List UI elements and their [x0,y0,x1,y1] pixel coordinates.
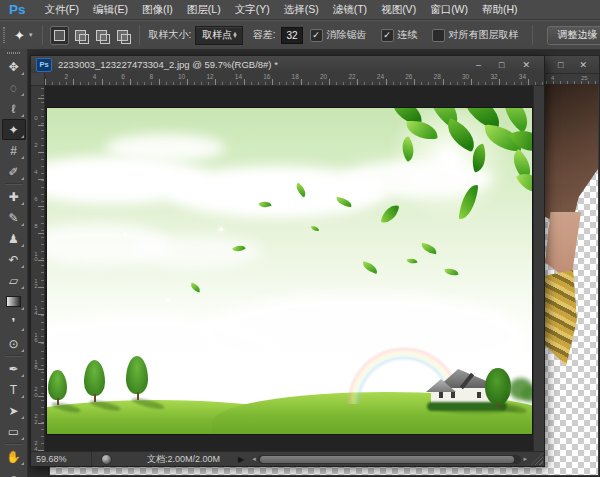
menu-item-6[interactable]: 滤镜(T) [326,3,374,17]
tools-panel-grip[interactable] [7,52,20,54]
canvas-image[interactable]: ✦✦✦ [47,108,532,434]
menu-item-3[interactable]: 图层(L) [180,3,228,17]
eyedropper-tool-icon: ✐ [8,165,18,179]
h-ruler-label: 18 [292,73,299,80]
document-titlebar[interactable]: Ps 2233003_123227473304_2.jpg @ 59.7%(RG… [31,56,544,74]
history-brush-tool[interactable]: ↶ [2,249,26,270]
h-ruler-label: 24 [377,73,384,80]
separator [42,25,43,45]
new-selection-icon [54,30,65,41]
menu-item-7[interactable]: 视图(V) [374,3,423,17]
zoom-tool[interactable]: ○ [2,467,26,477]
close-icon[interactable]: ✕ [522,60,530,70]
sample-all-layers-option[interactable]: 对所有图层取样 [432,28,519,42]
v-ruler-label: 14 [33,306,39,317]
flyout-corner-icon [21,223,24,226]
flyout-corner-icon [21,374,24,377]
move-tool-icon: ✥ [8,60,18,74]
tool-divider [5,443,23,445]
flyout-corner-icon [21,416,24,419]
shape-tool[interactable]: ▭ [2,421,26,442]
house-window [439,392,443,398]
ruler-corner[interactable] [31,73,45,86]
maximize-icon[interactable]: □ [499,60,504,70]
tool-list: ✥◌ℓ✦#✐✚✎♟↶▱❜⊙✒T➤▭✋○ [0,56,27,477]
pine-tree [84,360,105,396]
eraser-tool[interactable]: ▱ [2,270,26,291]
resize-grip-icon[interactable] [531,453,543,465]
round-tree [485,368,511,405]
horizontal-scrollbar[interactable]: ◂ ▸ [250,454,529,465]
minimize-icon[interactable]: – [476,60,481,70]
close-icon[interactable]: ✕ [579,60,587,70]
spot-healing-tool[interactable]: ✚ [2,186,26,207]
window-buttons: – □ ✕ [476,60,539,70]
intersect-with-selection-button[interactable] [113,26,132,45]
h-ruler-label: 22 [348,73,355,80]
refine-edge-button[interactable]: 调整边缘 [547,26,600,45]
maximize-icon[interactable]: □ [558,60,563,70]
flyout-corner-icon [21,93,24,96]
anti-alias-checkbox[interactable]: ✓ [310,29,323,42]
scrollbar-thumb[interactable] [260,456,515,463]
status-flyout-icon[interactable]: ▶ [238,455,244,464]
sparkle: ✦ [165,296,171,304]
zoom-level-field[interactable]: 59.68% [31,452,92,466]
add-to-selection-button[interactable] [71,26,90,45]
vertical-ruler[interactable]: 024681012141618202224 [31,86,45,451]
subtract-from-selection-button[interactable] [92,26,111,45]
canvas-pasteboard[interactable]: ✦✦✦ [45,86,533,451]
status-pie-icon [101,454,112,465]
contiguous-option[interactable]: ✓ 连续 [381,28,418,42]
menu-item-9[interactable]: 帮助(H) [475,3,525,17]
clone-stamp-tool[interactable]: ♟ [2,228,26,249]
sample-size-dropdown[interactable]: 取样点 ▲▼ [195,26,242,45]
document-window: Ps 2233003_123227473304_2.jpg @ 59.7%(RG… [30,55,545,467]
crop-tool-icon: # [10,144,17,158]
crop-tool[interactable]: # [2,140,26,161]
tree-trunk [137,392,139,400]
move-tool[interactable]: ✥ [2,56,26,77]
scrollbar-track[interactable] [258,455,522,464]
pen-tool[interactable]: ✒ [2,358,26,379]
lasso-tool[interactable]: ℓ [2,98,26,119]
menu-item-4[interactable]: 文字(Y) [228,3,277,17]
falling-leaf [311,226,319,231]
path-selection-tool[interactable]: ➤ [2,400,26,421]
brush-tool[interactable]: ✎ [2,207,26,228]
new-selection-button[interactable] [50,26,69,45]
flyout-corner-icon [21,135,24,138]
menu-item-2[interactable]: 图像(I) [135,3,180,17]
scroll-left-icon[interactable]: ◂ [250,455,258,463]
scroll-right-icon[interactable]: ▸ [521,455,529,463]
flyout-corner-icon [21,286,24,289]
menu-item-0[interactable]: 文件(F) [38,3,86,17]
anti-alias-option[interactable]: ✓ 消除锯齿 [310,28,367,42]
type-tool[interactable]: T [2,379,26,400]
tool-preset-picker[interactable]: ✦ ▾ [10,28,36,43]
sample-all-layers-checkbox[interactable] [432,29,445,42]
dodge-tool[interactable]: ⊙ [2,333,26,354]
gradient-tool[interactable] [2,291,26,312]
gradient-tool-icon [6,296,21,307]
eyedropper-tool[interactable]: ✐ [2,161,26,182]
anti-alias-label: 消除锯齿 [327,28,367,42]
magic-wand-tool[interactable]: ✦ [2,119,26,140]
horizontal-ruler[interactable]: 0246810121416182022242628303234 [45,73,544,86]
menu-item-5[interactable]: 选择(S) [277,3,326,17]
brush-tool-icon: ✎ [8,211,18,225]
tolerance-input[interactable]: 32 [281,27,302,44]
status-bar: 59.68% 文档:2.00M/2.00M ▶ ◂ ▸ [31,451,544,466]
blur-tool[interactable]: ❜ [2,312,26,333]
hand-tool[interactable]: ✋ [2,446,26,467]
clone-stamp-tool-icon: ♟ [8,232,19,246]
pen-tool-icon: ✒ [8,362,18,376]
v-ruler-label: 24 [33,441,39,451]
hand-tool-icon: ✋ [6,450,21,464]
menu-item-8[interactable]: 窗口(W) [423,3,475,17]
marquee-tool[interactable]: ◌ [2,77,26,98]
v-ruler-label: 10 [33,252,39,263]
options-bar-grip[interactable] [3,27,5,43]
menu-item-1[interactable]: 编辑(E) [86,3,135,17]
contiguous-checkbox[interactable]: ✓ [381,29,394,42]
